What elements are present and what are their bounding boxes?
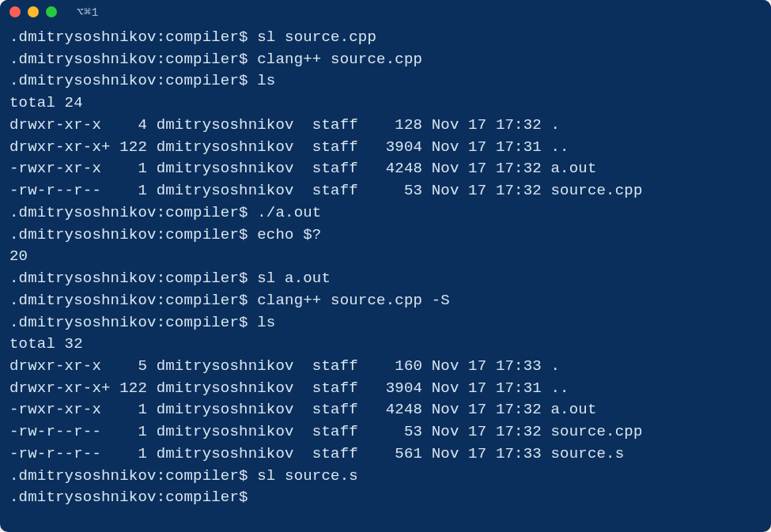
terminal-line: .dmitrysoshnikov:compiler$ <box>9 487 762 509</box>
close-icon[interactable] <box>9 6 21 17</box>
terminal-line: .dmitrysoshnikov:compiler$ ls <box>9 70 762 92</box>
zoom-icon[interactable] <box>46 6 57 17</box>
shell-command: echo $? <box>257 226 321 243</box>
terminal-line: -rwxr-xr-x 1 dmitrysoshnikov staff 4248 … <box>9 158 762 180</box>
shell-prompt: .dmitrysoshnikov:compiler$ <box>9 467 257 485</box>
ls-row: -rwxr-xr-x 1 dmitrysoshnikov staff 4248 … <box>9 401 597 418</box>
terminal-line: .dmitrysoshnikov:compiler$ sl source.s <box>9 466 762 488</box>
terminal-line: drwxr-xr-x+ 122 dmitrysoshnikov staff 39… <box>9 378 762 400</box>
terminal-line: .dmitrysoshnikov:compiler$ sl a.out <box>9 268 762 290</box>
terminal-line: total 24 <box>9 92 762 115</box>
shell-command: ls <box>257 72 275 89</box>
ls-row: -rw-r--r-- 1 dmitrysoshnikov staff 561 N… <box>9 445 624 462</box>
shell-output: 20 <box>9 247 28 265</box>
terminal-line: -rw-r--r-- 1 dmitrysoshnikov staff 53 No… <box>9 180 762 202</box>
shell-prompt: .dmitrysoshnikov:compiler$ <box>9 204 257 221</box>
shell-output: total 24 <box>9 94 83 111</box>
terminal-line: .dmitrysoshnikov:compiler$ clang++ sourc… <box>9 290 762 312</box>
terminal-line: .dmitrysoshnikov:compiler$ ls <box>9 312 762 334</box>
shell-prompt: .dmitrysoshnikov:compiler$ <box>9 314 257 331</box>
terminal-line: .dmitrysoshnikov:compiler$ sl source.cpp <box>9 27 762 49</box>
shell-prompt: .dmitrysoshnikov:compiler$ <box>9 489 257 506</box>
ls-row: drwxr-xr-x 5 dmitrysoshnikov staff 160 N… <box>9 357 560 375</box>
terminal-line: .dmitrysoshnikov:compiler$ clang++ sourc… <box>9 49 762 71</box>
shell-prompt: .dmitrysoshnikov:compiler$ <box>9 28 257 46</box>
ls-row: -rw-r--r-- 1 dmitrysoshnikov staff 53 No… <box>9 423 643 440</box>
shell-output: total 32 <box>9 335 83 353</box>
terminal-line: .dmitrysoshnikov:compiler$ ./a.out <box>9 202 762 224</box>
title-bar: ⌥⌘1 <box>0 0 771 24</box>
shell-command: sl source.s <box>257 467 358 485</box>
terminal-line: 20 <box>9 246 762 268</box>
shell-command: ./a.out <box>257 204 321 221</box>
terminal-line: drwxr-xr-x+ 122 dmitrysoshnikov staff 39… <box>9 137 762 159</box>
window-title: ⌥⌘1 <box>77 5 99 20</box>
terminal-line: drwxr-xr-x 4 dmitrysoshnikov staff 128 N… <box>9 115 762 137</box>
ls-row: drwxr-xr-x+ 122 dmitrysoshnikov staff 39… <box>9 138 569 156</box>
minimize-icon[interactable] <box>28 6 39 17</box>
terminal-line: total 32 <box>9 334 762 356</box>
ls-row: drwxr-xr-x 4 dmitrysoshnikov staff 128 N… <box>9 116 560 134</box>
ls-row: -rwxr-xr-x 1 dmitrysoshnikov staff 4248 … <box>9 160 597 177</box>
terminal-line: -rwxr-xr-x 1 dmitrysoshnikov staff 4248 … <box>9 399 762 421</box>
terminal-line: .dmitrysoshnikov:compiler$ echo $? <box>9 224 762 247</box>
terminal-window: ⌥⌘1 .dmitrysoshnikov:compiler$ sl source… <box>0 0 771 532</box>
shell-prompt: .dmitrysoshnikov:compiler$ <box>9 72 257 89</box>
shell-command: clang++ source.cpp <box>257 51 422 68</box>
ls-row: drwxr-xr-x+ 122 dmitrysoshnikov staff 39… <box>9 379 569 397</box>
shell-command: ls <box>257 314 275 331</box>
terminal-line: drwxr-xr-x 5 dmitrysoshnikov staff 160 N… <box>9 356 762 378</box>
ls-row: -rw-r--r-- 1 dmitrysoshnikov staff 53 No… <box>9 182 643 199</box>
shell-command: sl source.cpp <box>257 28 376 46</box>
shell-command: clang++ source.cpp -S <box>257 292 450 309</box>
shell-prompt: .dmitrysoshnikov:compiler$ <box>9 270 257 287</box>
terminal-line: -rw-r--r-- 1 dmitrysoshnikov staff 561 N… <box>9 443 762 466</box>
shell-command: sl a.out <box>257 270 331 287</box>
terminal-body[interactable]: .dmitrysoshnikov:compiler$ sl source.cpp… <box>0 24 771 509</box>
shell-prompt: .dmitrysoshnikov:compiler$ <box>9 51 257 68</box>
shell-prompt: .dmitrysoshnikov:compiler$ <box>9 292 257 309</box>
terminal-line: -rw-r--r-- 1 dmitrysoshnikov staff 53 No… <box>9 421 762 443</box>
shell-prompt: .dmitrysoshnikov:compiler$ <box>9 226 257 243</box>
